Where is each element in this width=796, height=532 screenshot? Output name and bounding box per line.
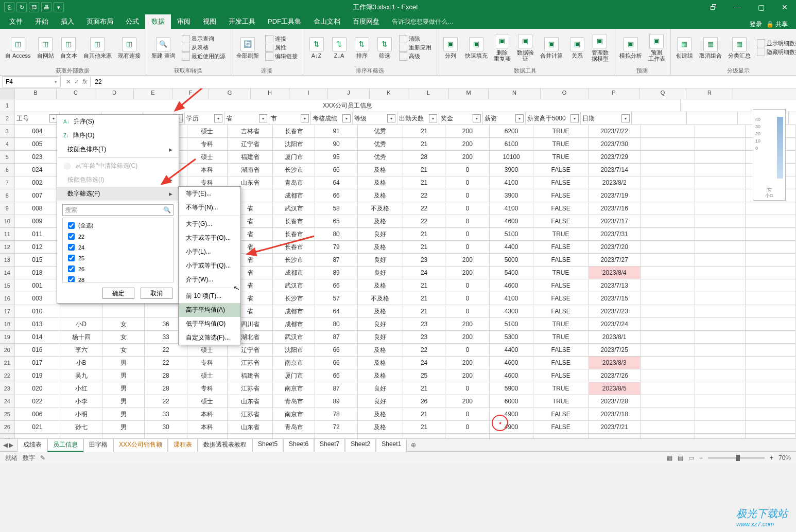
cell[interactable]: 87 (315, 254, 357, 266)
cell[interactable] (533, 434, 589, 438)
ribbon-button[interactable]: ◫自文本 (58, 36, 79, 60)
cell[interactable]: 良好 (358, 267, 403, 279)
cell[interactable]: 28 (145, 369, 187, 382)
cell[interactable]: 江苏省 (228, 382, 273, 395)
tab-视图[interactable]: 视图 (197, 14, 222, 29)
ribbon-button[interactable]: ▣模拟分析 (617, 36, 644, 60)
cell[interactable]: FALSE (533, 344, 589, 356)
cell[interactable]: TRUE (533, 318, 589, 330)
cell[interactable] (102, 305, 145, 317)
cell[interactable]: 沈阳市 (273, 138, 315, 150)
sheet-tab[interactable]: 员工信息 (47, 438, 83, 452)
cell[interactable]: 66 (315, 344, 357, 356)
zoom-level[interactable]: 70% (778, 454, 791, 462)
cell[interactable]: 2023/7/21 (589, 421, 641, 433)
cell[interactable]: 002 (15, 176, 60, 189)
cell[interactable]: TRUE (533, 138, 589, 150)
cell[interactable]: FALSE (533, 421, 589, 433)
cell[interactable]: 0 (445, 292, 490, 305)
tab-百度网盘[interactable]: 百度网盘 (347, 14, 386, 29)
submenu-item[interactable]: 自定义筛选(F)... (179, 331, 240, 345)
cell[interactable]: 0 (445, 189, 490, 202)
cell[interactable]: 004 (15, 125, 60, 137)
cell[interactable]: 66 (315, 357, 357, 369)
tab-开始[interactable]: 开始 (29, 14, 55, 29)
ribbon-button[interactable]: ◫自其他来源 (81, 36, 114, 60)
cell[interactable]: 4100 (490, 202, 533, 215)
submenu-item[interactable]: 小于或等于(Q)... (179, 259, 240, 273)
cell[interactable]: 006 (15, 408, 60, 420)
add-sheet-button[interactable]: ⊕ (408, 441, 419, 449)
cell[interactable]: FALSE (533, 202, 589, 215)
cell[interactable]: 4400 (490, 344, 533, 356)
cell[interactable]: 良好 (358, 254, 403, 266)
filter-button[interactable]: ▾ (429, 114, 437, 122)
cell[interactable]: 30 (145, 421, 187, 433)
cell[interactable]: 长春市 (273, 228, 315, 240)
cell[interactable]: 64 (315, 176, 357, 189)
sheet-tab[interactable]: 数据透视表教程 (198, 438, 252, 452)
cell[interactable]: FALSE (533, 254, 589, 266)
ribbon-small-item[interactable]: 编辑链接 (265, 52, 298, 61)
cell[interactable]: 4100 (490, 176, 533, 189)
close-button[interactable]: ✕ (773, 0, 796, 14)
cell[interactable]: 4600 (490, 357, 533, 369)
cell[interactable]: 21 (403, 138, 445, 150)
ribbon-button[interactable]: ▣预测工作表 (646, 33, 667, 63)
refresh-all-button[interactable]: 🔄全部刷新 (234, 36, 261, 60)
cell[interactable]: 2023/7/28 (589, 395, 641, 407)
cell[interactable]: 21 (403, 408, 445, 420)
ribbon-button[interactable]: ▣数据验证 (515, 33, 536, 63)
cell[interactable]: 0 (445, 241, 490, 253)
tab-审阅[interactable]: 审阅 (171, 14, 197, 29)
view-layout-icon[interactable]: ▤ (678, 454, 683, 462)
cell[interactable]: FALSE (533, 357, 589, 369)
cell[interactable]: 女 (102, 344, 145, 356)
cell[interactable]: 4600 (490, 279, 533, 292)
cell[interactable]: 0 (445, 164, 490, 176)
cell[interactable]: 2023/7/20 (589, 241, 641, 253)
qat-redo-icon[interactable]: 🖫 (29, 2, 39, 12)
cell[interactable]: 24 (403, 357, 445, 369)
cell[interactable]: 2023/7/18 (589, 408, 641, 420)
cell[interactable]: 小B (60, 357, 102, 369)
worksheet[interactable]: BCDEFGHIJKLMNOPQR 1 XXX公司员工信息 2工号▾姓名▾性别▾… (0, 88, 796, 438)
cell[interactable] (145, 434, 187, 438)
cell[interactable]: 男 (102, 421, 145, 433)
cancel-icon[interactable]: ✕ (66, 78, 71, 85)
cell[interactable]: 5100 (490, 228, 533, 240)
filter-button[interactable]: ▾ (214, 114, 222, 122)
merged-title[interactable]: XXX公司员工信息 (15, 99, 681, 112)
cell[interactable]: 优秀 (358, 151, 403, 163)
cell[interactable]: 200 (445, 151, 490, 163)
tab-文件[interactable]: 文件 (3, 14, 29, 29)
cell[interactable]: 23 (403, 318, 445, 330)
qat-print-icon[interactable]: 🖶 (41, 2, 51, 12)
cell[interactable]: TRUE (533, 125, 589, 137)
cell[interactable]: 厦门市 (273, 151, 315, 163)
qat-undo-icon[interactable]: ↻ (16, 2, 27, 12)
cell[interactable]: 0 (445, 176, 490, 189)
cell[interactable]: 成都市 (273, 318, 315, 330)
cell[interactable]: 24 (403, 267, 445, 279)
cell[interactable]: 019 (15, 369, 60, 382)
cell[interactable]: 6200 (490, 125, 533, 137)
cell[interactable]: 2023/7/29 (589, 151, 641, 163)
sheet-tab[interactable]: Sheet1 (376, 438, 407, 452)
cell[interactable] (102, 434, 145, 438)
cell[interactable]: 辽宁省 (228, 344, 273, 356)
cell[interactable]: FALSE (533, 279, 589, 292)
cell[interactable]: 辽宁省 (228, 138, 273, 150)
cell[interactable]: 厦门市 (273, 369, 315, 382)
cell[interactable]: 长沙市 (273, 254, 315, 266)
filter-button[interactable]: ▾ (570, 114, 579, 122)
cell[interactable]: 专科 (187, 138, 228, 150)
sheet-tab[interactable]: Sheet2 (345, 438, 376, 452)
submenu-item[interactable]: 大于(G)... (179, 217, 240, 231)
ribbon-button[interactable]: ▣快速填充 (463, 36, 490, 60)
cell[interactable] (273, 434, 315, 438)
cell[interactable]: 良好 (358, 228, 403, 240)
cell[interactable]: 青岛市 (273, 421, 315, 433)
cell[interactable]: 10100 (490, 151, 533, 163)
cell[interactable]: 小红 (60, 382, 102, 395)
